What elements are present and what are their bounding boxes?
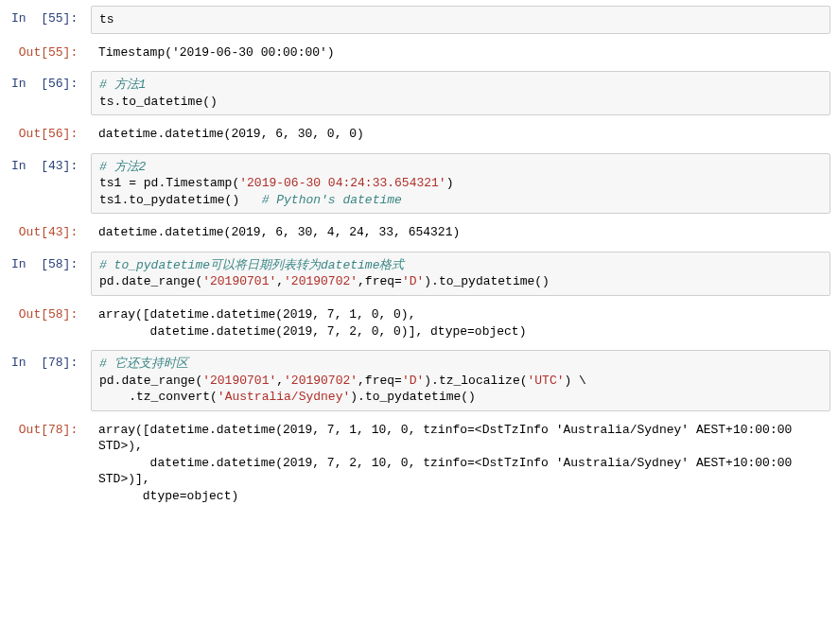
code-string: 'UTC' <box>528 374 565 388</box>
code-frag: ).to_pydatetime() <box>350 390 476 404</box>
in-prompt-58: In [58]: <box>8 252 91 296</box>
code-frag: ts1.to_pydatetime() <box>99 193 262 207</box>
code-frag: .tz_convert( <box>99 390 218 404</box>
out-prompt-56: Out[56]: <box>8 121 91 148</box>
code-string: 'D' <box>402 374 424 388</box>
code-frag: ,freq= <box>358 374 402 388</box>
out-prompt-43: Out[43]: <box>8 219 91 246</box>
input-cell-43: In [43]: # 方法2 ts1 = pd.Timestamp('2019-… <box>8 153 830 215</box>
output-text-43: datetime.datetime(2019, 6, 30, 4, 24, 33… <box>91 219 830 246</box>
code-comment: # 方法1 <box>99 78 146 92</box>
code-string: 'Australia/Sydney' <box>218 390 350 404</box>
code-frag: , <box>276 274 284 288</box>
code-comment: # to_pydatetime可以将日期列表转为datetime格式 <box>99 258 404 272</box>
code-frag: ).to_pydatetime() <box>424 274 550 288</box>
in-prompt-43: In [43]: <box>8 153 91 215</box>
code-frag: , <box>276 374 284 388</box>
in-prompt-55: In [55]: <box>8 6 91 34</box>
output-cell-58: Out[58]: array([datetime.datetime(2019, … <box>8 302 830 344</box>
output-text-56: datetime.datetime(2019, 6, 30, 0, 0) <box>91 121 830 148</box>
input-cell-58: In [58]: # to_pydatetime可以将日期列表转为datetim… <box>8 252 830 296</box>
in-prompt-78: In [78]: <box>8 350 91 411</box>
code-string: '20190701' <box>202 374 276 388</box>
output-cell-78: Out[78]: array([datetime.datetime(2019, … <box>8 417 830 510</box>
code-comment: # Python's datetime <box>262 193 402 207</box>
code-text: ts <box>99 12 114 26</box>
code-area-78[interactable]: # 它还支持时区 pd.date_range('20190701','20190… <box>91 350 830 411</box>
input-cell-78: In [78]: # 它还支持时区 pd.date_range('2019070… <box>8 350 830 411</box>
output-cell-55: Out[55]: Timestamp('2019-06-30 00:00:00'… <box>8 40 830 66</box>
out-prompt-78: Out[78]: <box>8 417 91 510</box>
code-area-55[interactable]: ts <box>91 6 830 34</box>
code-string: '20190702' <box>284 374 358 388</box>
code-frag: pd.date_range( <box>99 274 202 288</box>
code-string: '20190701' <box>202 274 276 288</box>
output-text-58: array([datetime.datetime(2019, 7, 1, 0, … <box>91 302 830 344</box>
code-line: ts.to_datetime() <box>99 95 218 109</box>
out-prompt-58: Out[58]: <box>8 302 91 344</box>
code-area-43[interactable]: # 方法2 ts1 = pd.Timestamp('2019-06-30 04:… <box>91 153 830 215</box>
input-cell-55: In [55]: ts <box>8 6 830 34</box>
code-string: 'D' <box>402 274 424 288</box>
in-prompt-56: In [56]: <box>8 71 91 115</box>
output-cell-43: Out[43]: datetime.datetime(2019, 6, 30, … <box>8 219 830 246</box>
code-frag: ,freq= <box>358 274 402 288</box>
code-frag: ) \ <box>565 374 586 388</box>
code-area-58[interactable]: # to_pydatetime可以将日期列表转为datetime格式 pd.da… <box>91 252 830 296</box>
code-frag: ) <box>446 176 454 190</box>
code-frag: pd.date_range( <box>99 374 202 388</box>
code-frag: ts1 = pd.Timestamp( <box>99 176 239 190</box>
code-string: '20190702' <box>284 274 358 288</box>
out-prompt-55: Out[55]: <box>8 40 91 66</box>
code-frag: ).tz_localize( <box>424 374 527 388</box>
output-text-78: array([datetime.datetime(2019, 7, 1, 10,… <box>91 417 830 510</box>
code-comment: # 方法2 <box>99 160 146 174</box>
output-cell-56: Out[56]: datetime.datetime(2019, 6, 30, … <box>8 121 830 148</box>
input-cell-56: In [56]: # 方法1 ts.to_datetime() <box>8 71 830 115</box>
code-area-56[interactable]: # 方法1 ts.to_datetime() <box>91 71 830 115</box>
code-string: '2019-06-30 04:24:33.654321' <box>239 176 445 190</box>
output-text-55: Timestamp('2019-06-30 00:00:00') <box>91 40 830 66</box>
code-comment: # 它还支持时区 <box>99 357 188 371</box>
